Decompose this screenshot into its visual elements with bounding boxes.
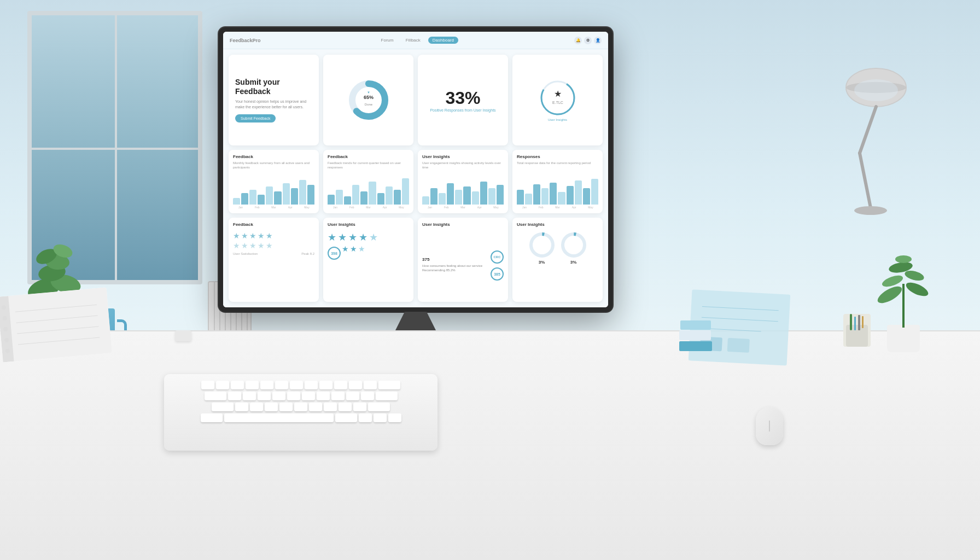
chart-card-3: User Insights User engagement insights s… bbox=[418, 150, 508, 213]
user-icon[interactable]: 👤 bbox=[594, 37, 602, 44]
bar bbox=[369, 182, 376, 205]
bar bbox=[328, 195, 335, 205]
keyboard bbox=[164, 374, 438, 451]
bar bbox=[525, 194, 532, 205]
chart-subtitle-4: Total response data for the current repo… bbox=[517, 161, 598, 166]
hero-title: Submit your Feedback bbox=[235, 78, 312, 96]
dashboard-grid: Submit your Feedback Your honest opinion… bbox=[223, 49, 608, 307]
chart-subtitle-1: Monthly feedback summary from all active… bbox=[233, 161, 314, 170]
star-half-5: ★ bbox=[266, 241, 273, 250]
bar bbox=[377, 193, 384, 205]
key bbox=[287, 392, 300, 400]
pencil-holder bbox=[843, 314, 871, 347]
submit-feedback-button[interactable]: Submit Feedback bbox=[235, 114, 276, 122]
donut-row: 3% 3% bbox=[517, 231, 598, 265]
mixed-text: 375 How consumers feeling about our serv… bbox=[422, 256, 488, 273]
monitor-bezel: FeedbackPro Forum Fillback Dashboard 🔔 ⚙… bbox=[219, 27, 612, 312]
bar bbox=[274, 191, 281, 205]
key bbox=[339, 402, 352, 411]
bar bbox=[463, 186, 470, 205]
monitor-screen: FeedbackPro Forum Fillback Dashboard 🔔 ⚙… bbox=[223, 32, 608, 307]
svg-point-29 bbox=[531, 234, 553, 256]
chart-card-1: Feedback Monthly feedback summary from a… bbox=[229, 150, 319, 213]
insights-text-2: Recommending 85.2% bbox=[422, 268, 488, 272]
svg-rect-65 bbox=[846, 325, 868, 347]
circle-num-398: 398 bbox=[328, 247, 341, 260]
svg-point-38 bbox=[880, 273, 904, 289]
insights-donut-card: User Insights 3% bbox=[512, 218, 603, 302]
key bbox=[216, 381, 229, 389]
key bbox=[272, 392, 285, 400]
svg-rect-67 bbox=[854, 317, 856, 330]
key bbox=[279, 402, 293, 411]
key bbox=[235, 402, 248, 411]
star-5: ★ bbox=[266, 231, 273, 240]
bar bbox=[233, 198, 240, 205]
insights-stars-card: User Insights ★ ★ ★ ★ ★ 398 ★ ★ ★ bbox=[323, 218, 413, 302]
bar bbox=[583, 188, 590, 205]
chart-title-1: Feedback bbox=[233, 154, 314, 159]
star-half-2: ★ bbox=[241, 241, 248, 250]
svg-point-37 bbox=[904, 280, 930, 299]
insights-stars-title: User Insights bbox=[328, 222, 409, 227]
bar bbox=[422, 196, 429, 205]
big-star-1: ★ bbox=[328, 231, 336, 243]
bar bbox=[344, 196, 351, 205]
mini-donut-svg-2 bbox=[560, 231, 587, 259]
insights-donut-title: User Insights bbox=[517, 222, 598, 227]
bar bbox=[258, 195, 265, 205]
chart-card-4: Responses Total response data for the cu… bbox=[512, 150, 603, 213]
nav-tab-forum[interactable]: Forum bbox=[377, 37, 398, 44]
svg-rect-54 bbox=[0, 288, 112, 363]
star-half-1: ★ bbox=[233, 241, 240, 250]
donut-value-1: 3% bbox=[539, 260, 545, 265]
svg-rect-71 bbox=[679, 330, 711, 340]
key bbox=[231, 381, 244, 389]
bar bbox=[430, 188, 438, 205]
svg-text:E.TLC: E.TLC bbox=[552, 101, 563, 104]
stars-row-1: ★ ★ ★ ★ ★ bbox=[233, 231, 314, 240]
key bbox=[388, 413, 401, 422]
svg-rect-70 bbox=[679, 341, 712, 351]
key-row-3 bbox=[171, 402, 431, 411]
bar bbox=[386, 186, 393, 205]
star-4: ★ bbox=[258, 231, 265, 240]
svg-text:★: ★ bbox=[554, 89, 562, 98]
feedback-label-2: Peak 8.2 bbox=[301, 252, 314, 255]
chart-title-2: Feedback bbox=[328, 154, 409, 159]
settings-icon[interactable]: ⚙ bbox=[584, 37, 592, 44]
hero-subtitle: Your honest opinion helps us improve and… bbox=[235, 99, 312, 110]
nav-icons: 🔔 ⚙ 👤 bbox=[574, 37, 602, 44]
insights-value-375: 375 bbox=[422, 256, 488, 262]
svg-rect-68 bbox=[858, 315, 860, 330]
key bbox=[250, 402, 263, 411]
feedback-label-1: User Satisfaction bbox=[233, 252, 258, 255]
bell-icon[interactable]: 🔔 bbox=[574, 37, 582, 44]
bar bbox=[541, 188, 549, 205]
key bbox=[294, 402, 307, 411]
bar-chart-2 bbox=[328, 172, 409, 205]
bar bbox=[241, 193, 248, 205]
bar bbox=[266, 186, 273, 205]
donut-chart: 65% Done ▼ bbox=[347, 78, 390, 122]
mouse bbox=[756, 407, 783, 445]
chart-card-2: Feedback Feedback trends for current qua… bbox=[323, 150, 413, 213]
nav-tab-fillback[interactable]: Fillback bbox=[401, 37, 425, 44]
nav-tab-dashboard[interactable]: Dashboard bbox=[428, 37, 458, 44]
bar bbox=[360, 191, 368, 205]
key bbox=[290, 381, 303, 389]
svg-point-31 bbox=[563, 234, 585, 256]
mini-donut-2: 3% bbox=[560, 231, 587, 265]
bar bbox=[480, 182, 487, 205]
big-star-2: ★ bbox=[338, 231, 347, 243]
key-wide bbox=[212, 402, 234, 411]
star-half-4: ★ bbox=[258, 241, 265, 250]
chart-title-4: Responses bbox=[517, 154, 598, 159]
svg-point-36 bbox=[875, 283, 904, 306]
circle-group: CRC 385 bbox=[491, 248, 504, 281]
big-star-4: ★ bbox=[359, 231, 368, 243]
donut-value-2: 3% bbox=[570, 260, 577, 265]
bar bbox=[533, 184, 540, 205]
key bbox=[201, 381, 214, 389]
bar bbox=[488, 188, 495, 205]
